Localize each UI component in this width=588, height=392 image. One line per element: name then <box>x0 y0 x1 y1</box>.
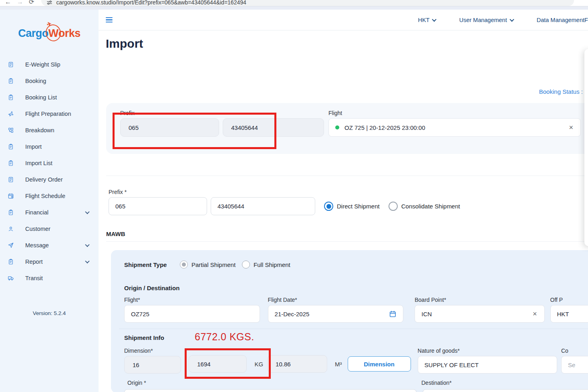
sidebar-item[interactable]: Report <box>0 253 99 270</box>
shipment-info-heading: Shipment Info <box>124 334 588 341</box>
forward-icon[interactable]: → <box>17 0 23 6</box>
commodity-select[interactable]: Se <box>561 356 588 374</box>
radio-consolidate-shipment[interactable]: Consolidate Shipment <box>389 202 460 211</box>
board-point-value: ICN <box>421 311 432 317</box>
flight-date-label: Flight Date* <box>268 297 404 303</box>
booking-status-link[interactable]: Booking Status : <box>99 88 588 95</box>
awb-number-field[interactable]: 43405644 <box>211 197 315 215</box>
radio-full-shipment[interactable]: Full Shipment <box>242 261 290 269</box>
topnav-item-label: User Management <box>459 17 507 23</box>
radio-partial-shipment[interactable]: Partial Shipment <box>180 261 236 269</box>
url-text: cargoworks.know.studio/Import/Edit?prefi… <box>56 0 246 6</box>
clear-icon[interactable]: × <box>569 123 574 132</box>
flight-date-field[interactable]: 21-Dec-2025 <box>268 305 404 323</box>
weight-field[interactable]: 1694 <box>189 355 247 373</box>
off-point-field[interactable]: HKT <box>550 305 588 323</box>
sidebar: CargoW✈orks E-Weight Slip <box>0 10 99 392</box>
origin-destination-heading: Origin / Destination <box>124 285 588 291</box>
prefix-input[interactable]: 065 <box>120 118 219 137</box>
top-header: HKT User Management Data Management <box>99 10 588 30</box>
clear-icon[interactable]: × <box>533 310 538 318</box>
version-label: Version: 5.2.4 <box>0 310 99 316</box>
flight-select[interactable]: OZ 725 | 20-12-2025 23:00:00 × <box>328 118 581 137</box>
logo-text-orks: orks <box>58 27 81 39</box>
volume-unit-label: M³ <box>335 355 342 373</box>
radio-selected-icon <box>324 202 333 211</box>
origin-label: Origin * <box>124 380 421 386</box>
chevron-down-icon <box>85 209 89 214</box>
app-logo[interactable]: CargoW✈orks <box>0 18 99 49</box>
section-divider <box>106 241 588 242</box>
booking-icon <box>8 78 14 84</box>
site-settings-icon[interactable] <box>47 0 52 5</box>
sidebar-nav: E-Weight Slip Booking <box>0 56 99 286</box>
sidebar-item[interactable]: Flight Schedule <box>0 188 99 204</box>
customer-icon <box>8 226 14 232</box>
sidebar-item[interactable]: Booking <box>0 73 99 89</box>
sidebar-item[interactable]: Customer <box>0 220 99 237</box>
chevron-down-icon <box>509 17 514 21</box>
logo-globe-ring <box>44 23 62 42</box>
flight-date-value: 21-Dec-2025 <box>275 311 310 317</box>
sidebar-item[interactable]: Financial <box>0 204 99 220</box>
topnav-item[interactable]: User Management <box>459 17 513 23</box>
destination-label: Destination* <box>421 380 452 386</box>
sidebar-item[interactable]: Delivery Order <box>0 171 99 188</box>
sidebar-item[interactable]: Booking List <box>0 89 99 105</box>
menu-icon[interactable] <box>106 17 113 23</box>
sidebar-item-label: Financial <box>25 209 48 216</box>
sidebar-item-label: Booking <box>25 78 46 84</box>
radio-full-label: Full Shipment <box>254 261 290 268</box>
flight-schedule-icon <box>8 193 14 199</box>
topnav-item[interactable]: HKT <box>418 17 436 23</box>
topnav-item-partial[interactable]: F <box>584 17 588 23</box>
prefix-label: Prefix <box>120 110 324 116</box>
sidebar-item-label: Transit <box>25 275 43 281</box>
flight-status-dot <box>335 125 339 129</box>
chevron-down-icon <box>85 242 89 247</box>
volume-field[interactable]: 10.86 <box>267 355 327 373</box>
url-bar[interactable]: cargoworks.know.studio/Import/Edit?prefi… <box>41 0 574 6</box>
sidebar-item[interactable]: Flight Preparation <box>0 105 99 122</box>
prefix-field[interactable]: 065 <box>109 197 207 215</box>
sidebar-item[interactable]: Import List <box>0 155 99 171</box>
browser-toolbar: ← → ⟳ cargoworks.know.studio/Import/Edit… <box>0 0 588 6</box>
mawb-heading: MAWB <box>106 230 588 237</box>
flight-label: Flight <box>328 110 581 116</box>
board-point-label: Board Point* <box>415 297 544 303</box>
dimension-button[interactable]: Dimension <box>348 356 411 372</box>
page-title: Import <box>106 36 588 51</box>
import-icon <box>8 143 14 150</box>
dimension-label: Dimension* <box>124 348 181 354</box>
chevron-down-icon <box>85 259 89 263</box>
sidebar-item[interactable]: Breakdown <box>0 122 99 138</box>
awb-number-input[interactable]: 43405644 <box>223 118 324 137</box>
flight-number-field[interactable]: OZ725 <box>124 305 260 323</box>
sidebar-item-label: Breakdown <box>25 127 54 133</box>
off-point-label: Off P <box>550 297 588 303</box>
reload-icon[interactable]: ⟳ <box>29 0 34 6</box>
topnav-item[interactable]: Data Management <box>537 17 584 23</box>
sidebar-item[interactable]: Import <box>0 138 99 155</box>
commodity-placeholder: Se <box>568 362 575 368</box>
sidebar-item-label: Booking List <box>25 94 57 101</box>
sidebar-item-label: Flight Preparation <box>25 111 71 117</box>
origin-field[interactable] <box>124 389 417 392</box>
transit-icon <box>8 275 14 281</box>
pieces-field[interactable]: 16 <box>124 356 181 374</box>
calendar-icon[interactable] <box>389 310 397 318</box>
sidebar-item-label: Report <box>25 259 43 265</box>
commodity-label: Co <box>561 348 588 354</box>
nature-of-goods-label: Nature of goods* <box>418 348 557 354</box>
radio-direct-shipment[interactable]: Direct Shipment <box>324 202 380 211</box>
board-point-field[interactable]: ICN × <box>415 305 544 323</box>
sidebar-item[interactable]: E-Weight Slip <box>0 56 99 73</box>
sidebar-item[interactable]: Transit <box>0 270 99 286</box>
back-icon[interactable]: ← <box>5 0 11 6</box>
topnav-item-label: HKT <box>418 17 429 23</box>
radio-direct-label: Direct Shipment <box>337 203 380 210</box>
sidebar-item[interactable]: Message <box>0 237 99 253</box>
radio-unselected-icon <box>389 202 398 211</box>
nature-of-goods-field[interactable]: SUPPLY OF ELECT <box>418 356 557 374</box>
destination-field[interactable] <box>423 389 588 392</box>
